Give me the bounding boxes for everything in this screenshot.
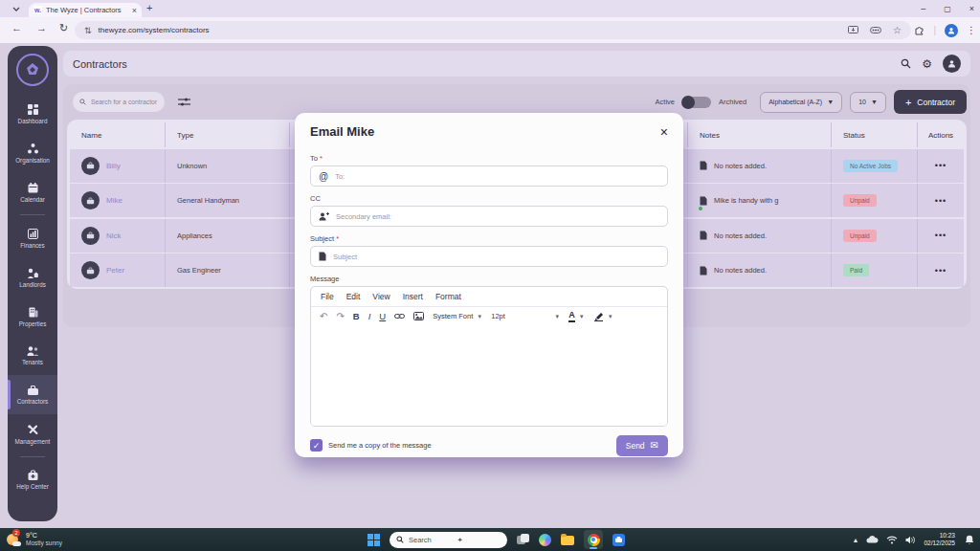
menu-format[interactable]: Format: [435, 292, 461, 301]
person-icon: [947, 27, 955, 34]
cc-input[interactable]: [336, 212, 659, 221]
window-minimize-button[interactable]: –: [921, 4, 925, 13]
app-header: Contractors ⚙: [63, 51, 970, 77]
copy-checkbox[interactable]: [310, 439, 323, 452]
dashboard-icon: [27, 103, 39, 116]
sidebar-item-contractors[interactable]: Contractors: [8, 375, 57, 414]
taskbar-clock[interactable]: 10:23 02/12/2025: [924, 532, 955, 547]
tab-search-button[interactable]: [8, 3, 25, 15]
menu-file[interactable]: File: [321, 292, 334, 301]
column-header-name: Name: [70, 122, 166, 147]
contractor-search[interactable]: [73, 92, 165, 112]
window-close-button[interactable]: ×: [969, 4, 974, 13]
forward-button[interactable]: →: [36, 22, 47, 33]
tab-close-icon[interactable]: ×: [132, 6, 137, 15]
address-bar[interactable]: ⇅ thewyze.com/system/contractors ☆: [75, 21, 911, 39]
new-tab-button[interactable]: +: [146, 2, 152, 13]
menu-insert[interactable]: Insert: [403, 292, 423, 301]
insert-image-icon[interactable]: [413, 312, 424, 320]
volume-icon[interactable]: [905, 536, 916, 544]
back-button[interactable]: ←: [11, 22, 22, 33]
user-avatar-button[interactable]: [943, 55, 961, 73]
sidebar-item-landlords[interactable]: Landlords: [8, 257, 57, 297]
active-archived-toggle[interactable]: [682, 97, 711, 108]
person-icon: [947, 59, 956, 68]
taskbar-weather-widget[interactable]: 2 9°C Mostly sunny: [6, 532, 62, 547]
send-button[interactable]: Send ✉: [616, 435, 668, 456]
menu-edit[interactable]: Edit: [346, 292, 361, 301]
task-view-button[interactable]: [517, 534, 529, 545]
plus-icon: +: [905, 97, 911, 108]
redo-icon[interactable]: ↷: [336, 312, 344, 321]
onedrive-cloud-icon[interactable]: [866, 536, 879, 543]
window-maximize-button[interactable]: ▢: [944, 5, 951, 13]
site-info-icon[interactable]: ⇅: [84, 26, 92, 35]
taskbar-search[interactable]: Search ✦: [390, 532, 507, 548]
add-contractor-button[interactable]: + Contractor: [894, 90, 967, 114]
sidebar-item-management[interactable]: Management: [8, 414, 57, 453]
page-size-dropdown[interactable]: 10 ▼: [850, 92, 886, 113]
wifi-icon[interactable]: [886, 536, 898, 544]
copilot-icon[interactable]: [539, 534, 551, 546]
contractor-name[interactable]: Mike: [106, 196, 122, 205]
notification-bell-icon[interactable]: [963, 533, 976, 546]
modal-close-icon[interactable]: ×: [660, 125, 668, 139]
chevron-down-icon: [12, 7, 20, 11]
sidebar-item-calendar[interactable]: Calendar: [8, 172, 57, 211]
text-color-dropdown[interactable]: A ▼: [568, 311, 584, 322]
bookmark-star-icon[interactable]: ☆: [893, 25, 902, 35]
microsoft-store-icon[interactable]: [612, 534, 625, 546]
sidebar-item-tenants[interactable]: Tenants: [8, 336, 57, 375]
install-icon[interactable]: [848, 26, 858, 34]
sidebar-item-finances[interactable]: Finances: [8, 218, 57, 257]
file-explorer-icon[interactable]: [561, 536, 574, 545]
contractor-avatar: [81, 157, 100, 175]
row-actions-menu[interactable]: •••: [935, 231, 947, 240]
subject-field[interactable]: [310, 246, 668, 267]
menu-view[interactable]: View: [372, 292, 390, 301]
browser-tab[interactable]: w. The Wyze | Contractors ×: [29, 3, 142, 17]
status-badge: No Active Jobs: [843, 160, 898, 172]
italic-icon[interactable]: I: [368, 312, 371, 321]
sidebar-item-dashboard[interactable]: Dashboard: [8, 94, 57, 133]
header-search-icon[interactable]: [901, 58, 911, 69]
message-body-area[interactable]: [311, 326, 667, 426]
subject-input[interactable]: [333, 253, 659, 261]
contractor-search-input[interactable]: [91, 99, 158, 105]
sidebar-item-organisation[interactable]: Organisation: [8, 133, 57, 172]
contractor-name[interactable]: Billy: [106, 162, 121, 170]
extensions-icon[interactable]: [914, 25, 924, 35]
to-input[interactable]: [335, 172, 659, 181]
contractor-name[interactable]: Peter: [106, 266, 124, 275]
start-button[interactable]: [368, 534, 380, 546]
font-family-dropdown[interactable]: System Font ▼: [433, 312, 482, 320]
link-icon[interactable]: [394, 313, 405, 320]
app-logo[interactable]: [16, 54, 49, 86]
settings-gear-icon[interactable]: ⚙: [922, 58, 932, 70]
contractor-name[interactable]: Nick: [106, 231, 122, 240]
password-key-icon[interactable]: [870, 27, 881, 33]
toolbar-divider: |: [933, 25, 936, 35]
row-actions-menu[interactable]: •••: [935, 161, 947, 170]
undo-icon[interactable]: ↶: [320, 312, 327, 321]
column-header-type: Type: [166, 122, 290, 147]
bold-icon[interactable]: B: [353, 312, 360, 321]
sort-dropdown[interactable]: Alphabetical (A-Z) ▼: [760, 92, 842, 113]
to-field[interactable]: @: [310, 165, 668, 187]
chrome-taskbar-button[interactable]: [584, 530, 603, 549]
reload-button[interactable]: ↻: [59, 22, 68, 34]
underline-icon[interactable]: U: [379, 312, 386, 321]
browser-profile-avatar[interactable]: [945, 24, 958, 37]
chevron-down-icon: ▼: [827, 99, 834, 105]
sidebar-item-properties[interactable]: Properties: [8, 297, 57, 336]
font-size-dropdown[interactable]: 12pt ▼: [491, 312, 560, 320]
row-actions-menu[interactable]: •••: [935, 196, 947, 206]
cc-field[interactable]: [310, 206, 668, 227]
sidebar-item-help-center[interactable]: Help Center: [8, 460, 57, 499]
highlight-color-dropdown[interactable]: ▼: [593, 312, 613, 321]
page-title: Contractors: [73, 58, 127, 70]
row-actions-menu[interactable]: •••: [935, 266, 947, 276]
tray-chevron-up-icon[interactable]: ▲: [853, 537, 859, 543]
browser-menu-icon[interactable]: ⋮: [967, 25, 976, 35]
filter-sliders-icon[interactable]: [178, 97, 190, 107]
